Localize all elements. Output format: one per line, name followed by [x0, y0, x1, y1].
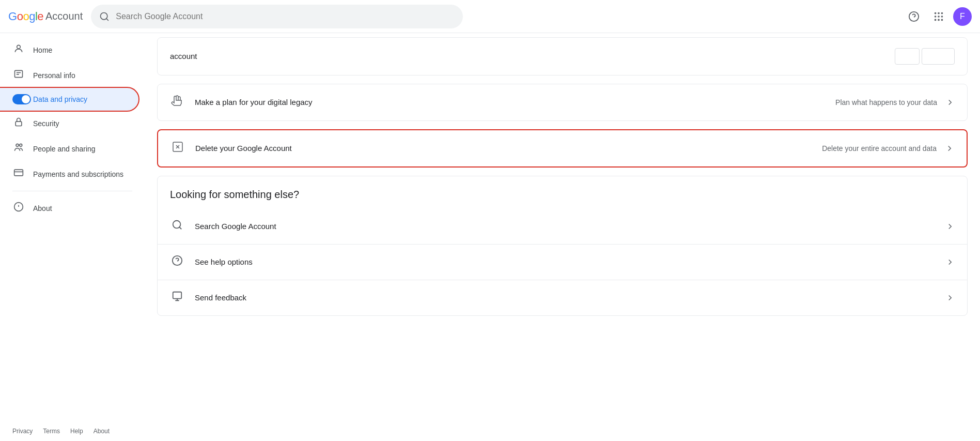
sidebar-item-personal-info[interactable]: Personal info: [0, 63, 138, 88]
feedback-icon: [170, 291, 184, 305]
svg-point-19: [20, 144, 22, 146]
apps-icon: [933, 11, 944, 22]
footer-help[interactable]: Help: [70, 428, 83, 435]
about-icon: [12, 202, 25, 215]
help-icon: [908, 11, 920, 22]
search-account-label: Search Google Account: [195, 222, 935, 231]
sidebar-item-people-sharing[interactable]: People and sharing: [0, 136, 138, 161]
feedback-item[interactable]: Send feedback: [158, 280, 967, 315]
header-right: F: [904, 6, 972, 27]
hand-icon: [170, 95, 184, 110]
sidebar-item-people-sharing-label: People and sharing: [33, 145, 96, 153]
svg-point-12: [941, 19, 943, 21]
footer-terms[interactable]: Terms: [43, 428, 60, 435]
svg-point-13: [17, 45, 21, 49]
svg-rect-17: [15, 121, 22, 126]
svg-point-10: [935, 19, 937, 21]
sidebar-item-security[interactable]: Security: [0, 111, 138, 136]
avatar[interactable]: F: [953, 7, 972, 26]
partial-btn-1[interactable]: [895, 48, 920, 65]
google-account-logo[interactable]: Google Account: [8, 10, 83, 23]
toggle-icon: [12, 94, 31, 104]
digital-legacy-title: Make a plan for your digital legacy: [195, 98, 825, 107]
search-account-chevron: [945, 222, 955, 231]
sidebar-item-data-privacy[interactable]: Data and privacy: [0, 88, 138, 111]
sidebar-divider: [12, 191, 132, 191]
search-item-icon: [170, 219, 184, 234]
digital-legacy-item[interactable]: Make a plan for your digital legacy Plan…: [158, 84, 967, 120]
svg-point-7: [935, 16, 937, 18]
help-button[interactable]: [904, 6, 924, 27]
footer: Privacy Terms Help About: [0, 421, 122, 441]
digital-legacy-chevron: [945, 98, 955, 107]
delete-icon: [170, 141, 185, 156]
digital-legacy-card: Make a plan for your digital legacy Plan…: [157, 84, 968, 121]
svg-point-6: [941, 12, 943, 14]
search-account-item[interactable]: Search Google Account: [158, 209, 967, 245]
help-options-icon: [170, 255, 184, 269]
data-privacy-icon: [12, 94, 25, 104]
sidebar-item-security-label: Security: [33, 119, 59, 128]
svg-point-8: [938, 16, 940, 18]
svg-point-28: [173, 221, 181, 229]
looking-section-card: Looking for something else? Search Googl…: [157, 176, 968, 316]
looking-section-title: Looking for something else?: [158, 176, 967, 209]
svg-point-18: [16, 144, 19, 146]
security-icon: [12, 117, 25, 130]
delete-account-chevron: [945, 144, 954, 153]
top-partial-text: account: [170, 52, 884, 60]
delete-account-item[interactable]: Delete your Google Account Delete your e…: [158, 130, 967, 166]
sidebar-item-payments-label: Payments and subscriptions: [33, 170, 123, 178]
sidebar-item-home[interactable]: Home: [0, 37, 138, 63]
svg-point-4: [935, 12, 937, 14]
delete-account-title: Delete your Google Account: [195, 144, 812, 153]
search-bar[interactable]: [91, 5, 463, 28]
delete-account-card: Delete your Google Account Delete your e…: [157, 129, 968, 168]
account-wordmark: Account: [45, 10, 83, 22]
sidebar-item-about-label: About: [33, 204, 52, 212]
svg-line-29: [179, 227, 181, 229]
svg-rect-20: [14, 170, 23, 176]
header: Google Account F: [0, 0, 980, 33]
digital-legacy-desc: Plan what happens to your data: [835, 98, 937, 107]
personal-info-icon: [12, 69, 25, 82]
sidebar-item-data-privacy-label: Data and privacy: [33, 95, 87, 103]
main-content: account Make a plan for your digital leg…: [145, 33, 980, 441]
svg-rect-32: [173, 292, 182, 299]
sidebar-item-personal-info-label: Personal info: [33, 71, 75, 80]
feedback-chevron: [945, 293, 955, 302]
delete-account-desc: Delete your entire account and data: [822, 144, 937, 153]
apps-button[interactable]: [928, 6, 949, 27]
top-partial-buttons: [895, 48, 955, 65]
google-wordmark: Google: [8, 10, 43, 23]
sidebar-item-payments[interactable]: Payments and subscriptions: [0, 161, 138, 187]
help-options-chevron: [945, 257, 955, 267]
svg-point-5: [938, 12, 940, 14]
help-options-label: See help options: [195, 257, 935, 266]
search-input[interactable]: [116, 12, 455, 21]
footer-about[interactable]: About: [94, 428, 110, 435]
sidebar-item-about[interactable]: About: [0, 195, 138, 221]
footer-privacy[interactable]: Privacy: [12, 428, 33, 435]
home-icon: [12, 43, 25, 56]
feedback-label: Send feedback: [195, 293, 935, 302]
svg-point-9: [941, 16, 943, 18]
payments-icon: [12, 168, 25, 180]
help-options-item[interactable]: See help options: [158, 245, 967, 280]
svg-line-1: [106, 18, 108, 20]
svg-point-11: [938, 19, 940, 21]
search-icon: [99, 11, 110, 22]
people-icon: [12, 142, 25, 155]
partial-btn-2[interactable]: [922, 48, 955, 65]
sidebar: Home Personal info Data and privacy Secu…: [0, 33, 145, 441]
top-partial-item[interactable]: account: [158, 38, 967, 75]
top-partial-card: account: [157, 37, 968, 75]
main-layout: Home Personal info Data and privacy Secu…: [0, 33, 980, 441]
sidebar-item-home-label: Home: [33, 46, 52, 54]
